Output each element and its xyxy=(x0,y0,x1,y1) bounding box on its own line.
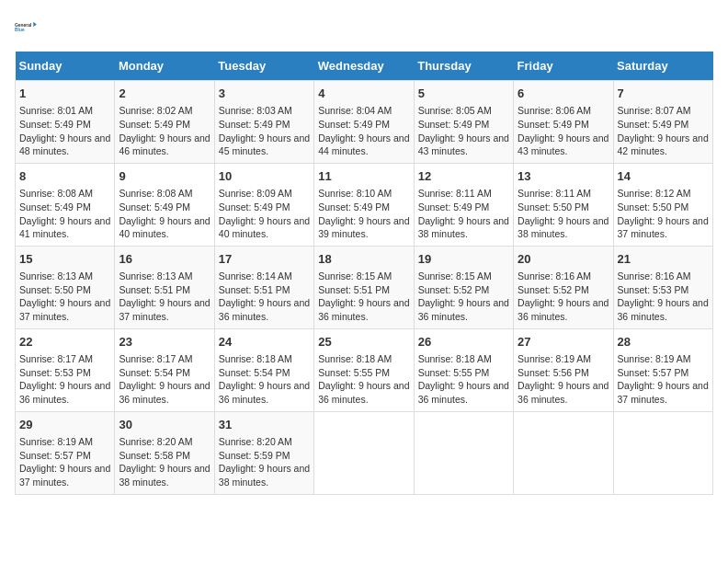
day-number: 16 xyxy=(119,251,210,268)
day-info: Sunrise: 8:18 AMSunset: 5:54 PMDaylight:… xyxy=(219,352,310,407)
dow-header-saturday: Saturday xyxy=(613,52,712,81)
day-number: 26 xyxy=(418,334,509,350)
day-number: 8 xyxy=(19,168,110,185)
calendar-cell xyxy=(314,411,414,494)
day-number: 5 xyxy=(418,86,509,102)
day-of-week-header-row: SundayMondayTuesdayWednesdayThursdayFrid… xyxy=(16,52,713,81)
logo: GeneralBlue xyxy=(15,15,40,40)
day-info: Sunrise: 8:11 AMSunset: 5:50 PMDaylight:… xyxy=(518,187,609,241)
day-number: 17 xyxy=(219,251,310,268)
day-info: Sunrise: 8:08 AMSunset: 5:49 PMDaylight:… xyxy=(19,187,110,241)
day-info: Sunrise: 8:18 AMSunset: 5:55 PMDaylight:… xyxy=(418,352,509,407)
day-number: 30 xyxy=(119,417,210,433)
day-number: 12 xyxy=(418,168,509,185)
calendar-table: SundayMondayTuesdayWednesdayThursdayFrid… xyxy=(15,52,713,495)
dow-header-monday: Monday xyxy=(115,52,214,81)
svg-text:General: General xyxy=(15,23,32,28)
day-info: Sunrise: 8:15 AMSunset: 5:52 PMDaylight:… xyxy=(418,270,509,324)
day-info: Sunrise: 8:02 AMSunset: 5:49 PMDaylight:… xyxy=(119,104,210,158)
calendar-cell: 18Sunrise: 8:15 AMSunset: 5:51 PMDayligh… xyxy=(314,246,414,328)
day-number: 1 xyxy=(19,86,110,102)
calendar-cell: 8Sunrise: 8:08 AMSunset: 5:49 PMDaylight… xyxy=(16,163,115,246)
day-info: Sunrise: 8:14 AMSunset: 5:51 PMDaylight:… xyxy=(219,270,310,324)
day-number: 19 xyxy=(418,251,509,268)
dow-header-wednesday: Wednesday xyxy=(314,52,414,81)
day-info: Sunrise: 8:03 AMSunset: 5:49 PMDaylight:… xyxy=(219,104,310,158)
day-info: Sunrise: 8:04 AMSunset: 5:49 PMDaylight:… xyxy=(318,104,409,158)
week-row-4: 22Sunrise: 8:17 AMSunset: 5:53 PMDayligh… xyxy=(16,328,713,411)
day-info: Sunrise: 8:05 AMSunset: 5:49 PMDaylight:… xyxy=(418,104,509,158)
day-info: Sunrise: 8:16 AMSunset: 5:53 PMDaylight:… xyxy=(618,270,709,324)
calendar-cell: 28Sunrise: 8:19 AMSunset: 5:57 PMDayligh… xyxy=(613,328,712,411)
day-info: Sunrise: 8:13 AMSunset: 5:50 PMDaylight:… xyxy=(19,270,110,324)
header: GeneralBlue xyxy=(15,15,713,40)
calendar-cell: 4Sunrise: 8:04 AMSunset: 5:49 PMDaylight… xyxy=(314,81,414,164)
day-info: Sunrise: 8:17 AMSunset: 5:53 PMDaylight:… xyxy=(19,352,110,407)
day-info: Sunrise: 8:08 AMSunset: 5:49 PMDaylight:… xyxy=(119,187,210,241)
day-info: Sunrise: 8:19 AMSunset: 5:57 PMDaylight:… xyxy=(618,352,709,407)
day-number: 14 xyxy=(618,168,709,185)
calendar-cell: 25Sunrise: 8:18 AMSunset: 5:55 PMDayligh… xyxy=(314,328,414,411)
dow-header-thursday: Thursday xyxy=(414,52,513,81)
day-info: Sunrise: 8:17 AMSunset: 5:54 PMDaylight:… xyxy=(119,352,210,407)
day-number: 24 xyxy=(219,334,310,350)
week-row-2: 8Sunrise: 8:08 AMSunset: 5:49 PMDaylight… xyxy=(16,163,713,246)
calendar-cell: 11Sunrise: 8:10 AMSunset: 5:49 PMDayligh… xyxy=(314,163,414,246)
day-info: Sunrise: 8:19 AMSunset: 5:56 PMDaylight:… xyxy=(518,352,609,407)
day-info: Sunrise: 8:12 AMSunset: 5:50 PMDaylight:… xyxy=(618,187,709,241)
calendar-cell xyxy=(514,411,613,494)
calendar-cell: 14Sunrise: 8:12 AMSunset: 5:50 PMDayligh… xyxy=(613,163,712,246)
day-number: 29 xyxy=(19,417,110,433)
day-number: 25 xyxy=(318,334,409,350)
calendar-cell: 23Sunrise: 8:17 AMSunset: 5:54 PMDayligh… xyxy=(115,328,214,411)
calendar-cell: 15Sunrise: 8:13 AMSunset: 5:50 PMDayligh… xyxy=(16,246,115,328)
day-info: Sunrise: 8:07 AMSunset: 5:49 PMDaylight:… xyxy=(618,104,709,158)
calendar-cell xyxy=(414,411,513,494)
dow-header-sunday: Sunday xyxy=(16,52,115,81)
calendar-cell: 19Sunrise: 8:15 AMSunset: 5:52 PMDayligh… xyxy=(414,246,513,328)
day-number: 20 xyxy=(518,251,609,268)
day-info: Sunrise: 8:20 AMSunset: 5:58 PMDaylight:… xyxy=(119,435,210,489)
calendar-cell xyxy=(613,411,712,494)
day-info: Sunrise: 8:06 AMSunset: 5:49 PMDaylight:… xyxy=(518,104,609,158)
week-row-1: 1Sunrise: 8:01 AMSunset: 5:49 PMDaylight… xyxy=(16,81,713,164)
calendar-cell: 13Sunrise: 8:11 AMSunset: 5:50 PMDayligh… xyxy=(514,163,613,246)
svg-marker-2 xyxy=(33,22,37,28)
day-number: 2 xyxy=(119,86,210,102)
calendar-cell: 24Sunrise: 8:18 AMSunset: 5:54 PMDayligh… xyxy=(214,328,313,411)
calendar-cell: 26Sunrise: 8:18 AMSunset: 5:55 PMDayligh… xyxy=(414,328,513,411)
day-info: Sunrise: 8:20 AMSunset: 5:59 PMDaylight:… xyxy=(219,435,310,489)
day-number: 22 xyxy=(19,334,110,350)
calendar-cell: 16Sunrise: 8:13 AMSunset: 5:51 PMDayligh… xyxy=(115,246,214,328)
day-number: 4 xyxy=(318,86,409,102)
calendar-cell: 27Sunrise: 8:19 AMSunset: 5:56 PMDayligh… xyxy=(514,328,613,411)
day-number: 6 xyxy=(518,86,609,102)
calendar-cell: 9Sunrise: 8:08 AMSunset: 5:49 PMDaylight… xyxy=(115,163,214,246)
calendar-cell: 21Sunrise: 8:16 AMSunset: 5:53 PMDayligh… xyxy=(613,246,712,328)
day-number: 15 xyxy=(19,251,110,268)
day-number: 21 xyxy=(618,251,709,268)
day-info: Sunrise: 8:11 AMSunset: 5:49 PMDaylight:… xyxy=(418,187,509,241)
day-info: Sunrise: 8:16 AMSunset: 5:52 PMDaylight:… xyxy=(518,270,609,324)
day-number: 10 xyxy=(219,168,310,185)
day-number: 11 xyxy=(318,168,409,185)
calendar-cell: 6Sunrise: 8:06 AMSunset: 5:49 PMDaylight… xyxy=(514,81,613,164)
calendar-cell: 31Sunrise: 8:20 AMSunset: 5:59 PMDayligh… xyxy=(214,411,313,494)
day-info: Sunrise: 8:09 AMSunset: 5:49 PMDaylight:… xyxy=(219,187,310,241)
day-number: 28 xyxy=(618,334,709,350)
calendar-cell: 2Sunrise: 8:02 AMSunset: 5:49 PMDaylight… xyxy=(115,81,214,164)
calendar-cell: 5Sunrise: 8:05 AMSunset: 5:49 PMDaylight… xyxy=(414,81,513,164)
day-info: Sunrise: 8:19 AMSunset: 5:57 PMDaylight:… xyxy=(19,435,110,489)
day-info: Sunrise: 8:01 AMSunset: 5:49 PMDaylight:… xyxy=(19,104,110,158)
dow-header-tuesday: Tuesday xyxy=(214,52,313,81)
day-number: 9 xyxy=(119,168,210,185)
calendar-cell: 3Sunrise: 8:03 AMSunset: 5:49 PMDaylight… xyxy=(214,81,313,164)
calendar-cell: 7Sunrise: 8:07 AMSunset: 5:49 PMDaylight… xyxy=(613,81,712,164)
day-info: Sunrise: 8:10 AMSunset: 5:49 PMDaylight:… xyxy=(318,187,409,241)
calendar-cell: 29Sunrise: 8:19 AMSunset: 5:57 PMDayligh… xyxy=(16,411,115,494)
day-number: 27 xyxy=(518,334,609,350)
calendar-cell: 20Sunrise: 8:16 AMSunset: 5:52 PMDayligh… xyxy=(514,246,613,328)
day-number: 31 xyxy=(219,417,310,433)
dow-header-friday: Friday xyxy=(514,52,613,81)
day-number: 3 xyxy=(219,86,310,102)
